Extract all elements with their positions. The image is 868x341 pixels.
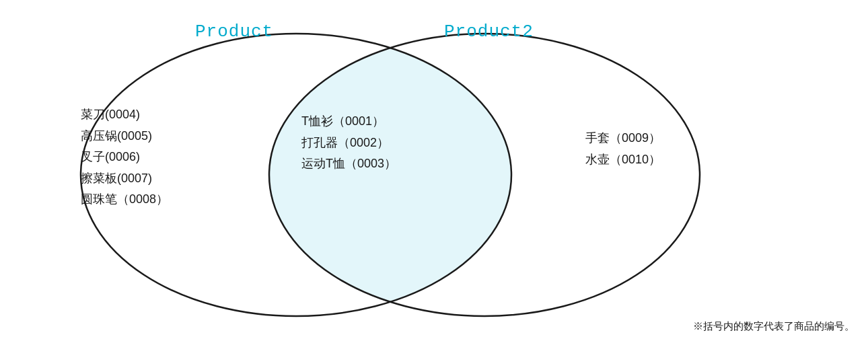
venn-diagram: Product Product2 菜刀(0004) 高压锅(0005) 叉子(0…: [0, 0, 868, 341]
list-item: T恤衫（0001）: [301, 111, 396, 132]
list-item: 高压锅(0005): [81, 126, 168, 147]
list-item: 叉子(0006): [81, 147, 168, 168]
list-item: 运动T恤（0003）: [301, 153, 396, 175]
center-items-list: T恤衫（0001） 打孔器（0002） 运动T恤（0003）: [301, 111, 396, 175]
list-item: 擦菜板(0007): [81, 168, 168, 190]
list-item: 手套（0009）: [585, 128, 661, 149]
svg-point-2: [269, 34, 700, 316]
list-item: 菜刀(0004): [81, 104, 168, 126]
label-product2: Product2: [444, 22, 534, 42]
right-items-list: 手套（0009） 水壶（0010）: [585, 128, 661, 170]
list-item: 圆珠笔（0008）: [81, 189, 168, 211]
list-item: 打孔器（0002）: [301, 132, 396, 154]
footnote: ※括号内的数字代表了商品的编号。: [693, 320, 855, 333]
list-item: 水壶（0010）: [585, 149, 661, 171]
label-product: Product: [195, 22, 273, 42]
left-items-list: 菜刀(0004) 高压锅(0005) 叉子(0006) 擦菜板(0007) 圆珠…: [81, 104, 168, 211]
